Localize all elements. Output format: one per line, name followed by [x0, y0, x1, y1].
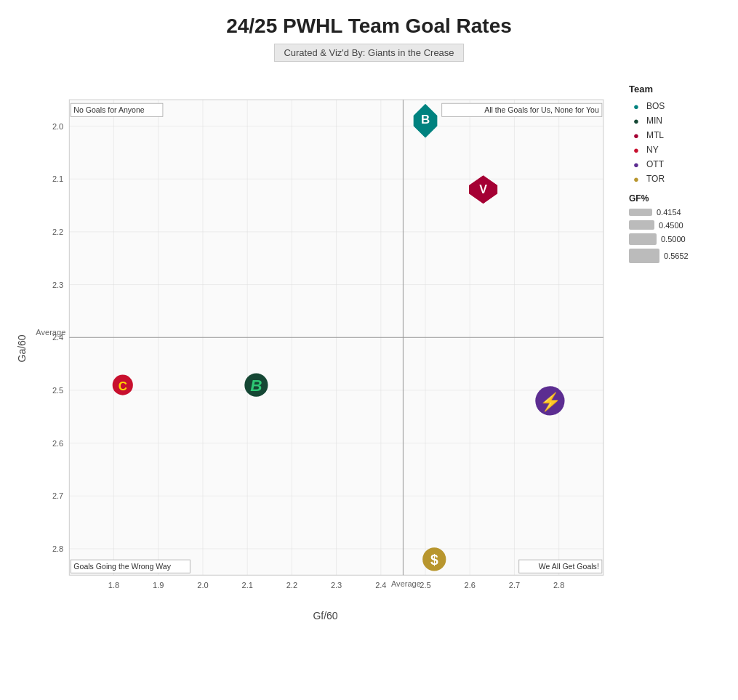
svg-text:Average: Average — [391, 579, 421, 588]
team-TOR: $ — [422, 547, 446, 571]
team-label: MTL — [646, 130, 664, 140]
svg-text:2.8: 2.8 — [52, 544, 63, 553]
legend: Team ●BOS●MIN●MTL●NY●OTT●TOR GF% 0.41540… — [629, 76, 723, 621]
legend-team-item: ●OTT — [629, 158, 723, 170]
legend-gf-title: GF% — [629, 193, 723, 204]
gf-value: 0.5000 — [661, 235, 686, 244]
svg-text:Goals Going the Wrong Way: Goals Going the Wrong Way — [73, 562, 171, 571]
x-axis-label: Gf/60 — [33, 610, 618, 621]
svg-text:2.5: 2.5 — [420, 581, 430, 590]
gf-value: 0.4500 — [659, 221, 683, 230]
svg-text:1.8: 1.8 — [108, 581, 119, 590]
chart-title: 24/25 PWHL Team Goal Rates — [15, 15, 723, 38]
svg-text:2.2: 2.2 — [52, 228, 63, 236]
gf-box — [629, 233, 657, 245]
chart-area: Ga/60 AverageAverage1.81.92.02.12.22.32.… — [15, 76, 723, 621]
svg-text:2.8: 2.8 — [553, 581, 564, 590]
team-color-icon: ● — [629, 100, 643, 112]
team-label: MIN — [646, 116, 662, 126]
svg-text:2.7: 2.7 — [509, 581, 520, 590]
svg-text:⚡: ⚡ — [540, 391, 562, 412]
svg-text:C: C — [119, 379, 127, 393]
gf-value: 0.4154 — [657, 208, 681, 217]
legend-gf-item: 0.5652 — [629, 249, 723, 263]
legend-gf-item: 0.5000 — [629, 233, 723, 245]
svg-text:2.5: 2.5 — [52, 386, 63, 395]
chart-subtitle: Curated & Viz'd By: Giants in the Crease — [15, 44, 723, 62]
svg-text:2.1: 2.1 — [52, 174, 63, 183]
svg-text:B: B — [250, 377, 262, 395]
svg-text:We All Get Goals!: We All Get Goals! — [539, 562, 599, 571]
legend-team-item: ●TOR — [629, 173, 723, 185]
svg-text:2.3: 2.3 — [331, 581, 342, 590]
gf-box — [629, 249, 659, 263]
legend-team-item: ●MIN — [629, 115, 723, 126]
team-color-icon: ● — [629, 115, 643, 126]
legend-team-item: ●NY — [629, 144, 723, 156]
gf-value: 0.5652 — [664, 252, 689, 260]
subtitle-badge: Curated & Viz'd By: Giants in the Crease — [274, 44, 463, 62]
svg-text:All the Goals for Us, None for: All the Goals for Us, None for You — [484, 105, 599, 114]
legend-gf: 0.41540.45000.50000.5652 — [629, 208, 723, 263]
team-MIN: B — [244, 374, 268, 397]
svg-text:2.4: 2.4 — [375, 581, 386, 590]
legend-gf-item: 0.4154 — [629, 208, 723, 217]
svg-text:2.2: 2.2 — [286, 581, 297, 590]
team-color-icon: ● — [629, 158, 643, 170]
team-label: TOR — [646, 174, 665, 184]
team-color-icon: ● — [629, 129, 643, 141]
svg-text:2.6: 2.6 — [465, 581, 476, 590]
plot-wrapper: AverageAverage1.81.92.02.12.22.32.42.52.… — [33, 76, 618, 606]
team-OTT: ⚡ — [535, 386, 564, 415]
legend-title: Team — [629, 84, 723, 94]
gf-box — [629, 209, 652, 216]
svg-text:2.3: 2.3 — [52, 281, 63, 289]
y-axis-label: Ga/60 — [15, 76, 29, 621]
team-label: OTT — [646, 159, 664, 169]
team-label: NY — [646, 145, 659, 155]
chart-container: 24/25 PWHL Team Goal Rates Curated & Viz… — [0, 0, 738, 700]
svg-text:2.1: 2.1 — [241, 581, 252, 590]
legend-team-item: ●BOS — [629, 100, 723, 112]
legend-teams: ●BOS●MIN●MTL●NY●OTT●TOR — [629, 100, 723, 185]
svg-text:2.0: 2.0 — [52, 122, 63, 131]
team-NY: C — [113, 375, 133, 395]
team-color-icon: ● — [629, 173, 643, 185]
gf-box — [629, 220, 654, 230]
legend-team-item: ●MTL — [629, 129, 723, 141]
svg-text:2.0: 2.0 — [197, 581, 208, 590]
svg-text:2.7: 2.7 — [52, 491, 63, 500]
team-color-icon: ● — [629, 144, 643, 156]
team-label: BOS — [646, 101, 665, 111]
legend-gf-item: 0.4500 — [629, 220, 723, 230]
svg-text:1.9: 1.9 — [153, 581, 164, 590]
svg-text:2.6: 2.6 — [52, 439, 63, 448]
svg-text:2.4: 2.4 — [52, 333, 63, 342]
plot-and-x: AverageAverage1.81.92.02.12.22.32.42.52.… — [33, 76, 618, 621]
svg-text:$: $ — [430, 552, 438, 568]
plot-svg: AverageAverage1.81.92.02.12.22.32.42.52.… — [33, 76, 618, 606]
svg-text:B: B — [421, 113, 430, 126]
svg-text:V: V — [479, 182, 487, 196]
svg-text:No Goals for Anyone: No Goals for Anyone — [73, 105, 144, 114]
